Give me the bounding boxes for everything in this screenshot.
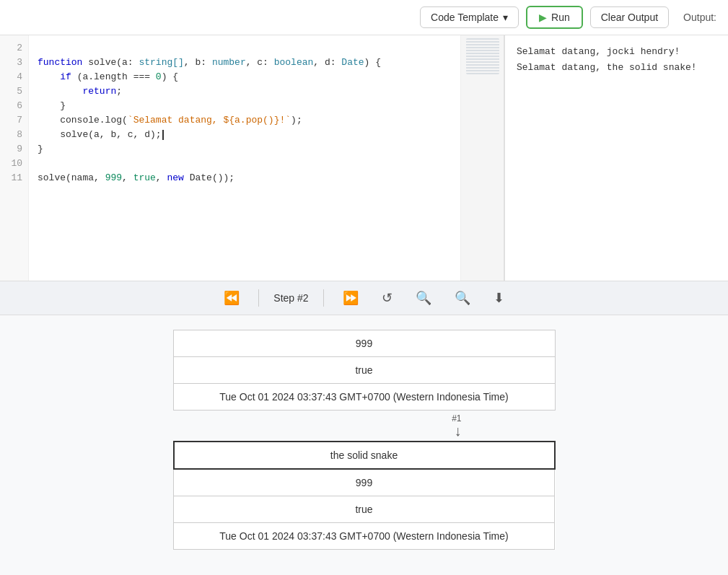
output-line-2: Selamat datang, the solid snake! xyxy=(517,60,716,76)
code-content[interactable]: function solve(a: string[], b: number, c… xyxy=(29,35,460,281)
run-button[interactable]: ▶ Run xyxy=(526,6,583,29)
main-toolbar: Code Template ▾ ▶ Run Clear Output Outpu… xyxy=(0,0,728,35)
frame-2-row-2: true xyxy=(174,496,555,523)
table-row: the solid snake xyxy=(174,442,555,469)
line-numbers: 2 3 4 5 6 7 8 9 10 11 xyxy=(0,35,29,281)
chevron-down-icon: ▾ xyxy=(503,12,508,23)
minimap-content xyxy=(466,38,499,74)
table-row: 999 xyxy=(173,330,555,357)
download-button[interactable]: ⬇ xyxy=(489,289,509,307)
zoom-out-button[interactable]: 🔍 xyxy=(411,289,436,307)
frame-1-row-3: Tue Oct 01 2024 03:37:43 GMT+0700 (Weste… xyxy=(173,384,555,411)
code-editor[interactable]: 2 3 4 5 6 7 8 9 10 11 function solve(a: … xyxy=(0,35,504,281)
play-icon: ▶ xyxy=(539,12,547,23)
main-content-area: 2 3 4 5 6 7 8 9 10 11 function solve(a: … xyxy=(0,35,728,281)
run-label: Run xyxy=(551,12,570,23)
output-line-1: Selamat datang, jocki hendry! xyxy=(517,44,716,60)
visualizer-toolbar: ⏪ Step #2 ⏩ ↺ 🔍 🔍 ⬇ xyxy=(0,281,728,315)
table-row: Tue Oct 01 2024 03:37:43 GMT+0700 (Weste… xyxy=(174,523,555,550)
table-row: Tue Oct 01 2024 03:37:43 GMT+0700 (Weste… xyxy=(173,384,555,411)
arrow-down-icon: ↓ xyxy=(455,423,462,438)
viz-area: 999 true Tue Oct 01 2024 03:37:43 GMT+07… xyxy=(0,315,728,575)
frame-1-row-1: 999 xyxy=(173,330,555,357)
step-forward-button[interactable]: ⏩ xyxy=(338,289,363,307)
step-back-button[interactable]: ⏪ xyxy=(219,289,244,307)
frame-2-row-3: Tue Oct 01 2024 03:37:43 GMT+0700 (Weste… xyxy=(174,523,555,550)
minimap xyxy=(460,35,504,281)
frame-1-table: 999 true Tue Oct 01 2024 03:37:43 GMT+07… xyxy=(173,330,556,411)
clear-output-label: Clear Output xyxy=(601,12,658,23)
frame-2-header: the solid snake xyxy=(174,442,555,469)
zoom-in-button[interactable]: 🔍 xyxy=(450,289,475,307)
output-panel: Selamat datang, jocki hendry! Selamat da… xyxy=(504,35,728,281)
table-row: true xyxy=(173,357,555,384)
step-label: Step #2 xyxy=(258,289,323,307)
frame-connector: #1 ↓ xyxy=(173,413,556,438)
table-row: true xyxy=(174,496,555,523)
code-template-label: Code Template xyxy=(431,12,499,23)
code-template-button[interactable]: Code Template ▾ xyxy=(420,6,519,28)
frame-2-row-1: 999 xyxy=(174,469,555,496)
frame-1-row-2: true xyxy=(173,357,555,384)
frame-2-table: the solid snake 999 true Tue Oct 01 2024… xyxy=(173,441,556,550)
undo-button[interactable]: ↺ xyxy=(377,289,397,307)
clear-output-button[interactable]: Clear Output xyxy=(590,6,669,28)
table-row: 999 xyxy=(174,469,555,496)
output-section-label: Output: xyxy=(683,12,716,23)
viz-container: 999 true Tue Oct 01 2024 03:37:43 GMT+07… xyxy=(14,330,714,550)
connector-label: #1 xyxy=(452,413,461,423)
